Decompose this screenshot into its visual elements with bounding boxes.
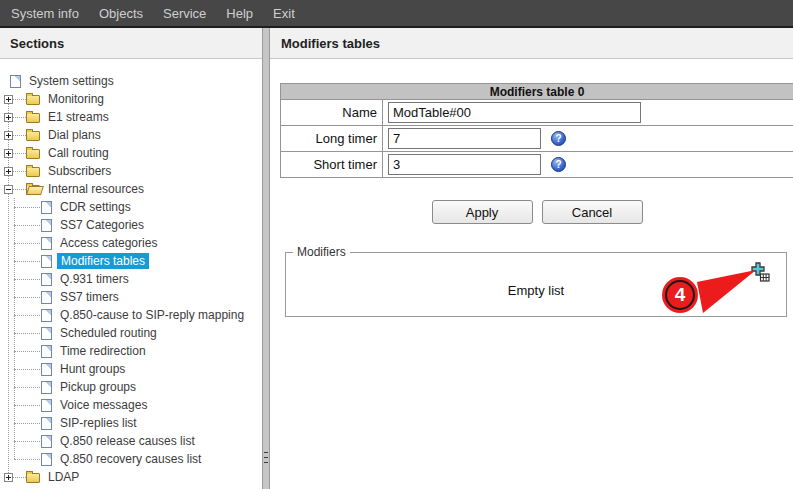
expand-icon[interactable] [4,113,13,122]
panel-splitter[interactable] [262,28,270,489]
document-icon[interactable] [41,327,52,340]
collapse-icon[interactable] [4,185,13,194]
tree-item-q850-recovery-causes-list: Q.850 recovery causes list [0,450,262,468]
tree-item-subscribers: Subscribers [0,162,262,180]
selected-tree-item[interactable]: Modifiers tables [57,253,149,269]
document-icon[interactable] [41,291,52,304]
tree-item-ss7-categories: SS7 Categories [0,216,262,234]
main-content: Modifiers table 0 Name Long timer Short … [270,59,793,489]
name-label: Name [281,100,383,126]
tree-item-dial-plans: Dial plans [0,126,262,144]
menubar: System info Objects Service Help Exit [0,0,793,28]
menu-exit[interactable]: Exit [273,6,295,21]
tree-item-q850-cause-sip-reply-mapping: Q.850-cause to SIP-reply mapping [0,306,262,324]
page-title: Modifiers tables [270,28,793,59]
document-icon[interactable] [41,417,52,430]
sections-tree: System settings Monitoring E1 streams Di… [0,59,262,489]
modifier-table-form: Modifiers table 0 Name Long timer Short … [280,83,793,178]
expand-icon[interactable] [4,167,13,176]
tree-item-scheduled-routing: Scheduled routing [0,324,262,342]
splitter-grip-icon [264,450,268,465]
callout-step-badge: 4 [665,280,695,310]
document-icon[interactable] [41,363,52,376]
folder-icon[interactable] [26,473,40,483]
tree-item-time-redirection: Time redirection [0,342,262,360]
folder-icon[interactable] [26,113,40,123]
document-icon[interactable] [41,255,52,268]
form-title: Modifiers table 0 [281,84,793,100]
tree-item-modifiers-tables: Modifiers tables [0,252,262,270]
document-icon[interactable] [41,435,52,448]
tree-item-e1-streams: E1 streams [0,108,262,126]
tree-item-system-settings: System settings [0,72,262,90]
callout-arrow [690,262,762,317]
tree-item-call-routing: Call routing [0,144,262,162]
document-icon[interactable] [41,309,52,322]
help-icon[interactable] [551,131,566,146]
tree-item-hunt-groups: Hunt groups [0,360,262,378]
document-icon[interactable] [41,381,52,394]
tree-item-access-categories: Access categories [0,234,262,252]
cancel-button[interactable]: Cancel [542,200,643,224]
tree-item-q850-release-causes-list: Q.850 release causes list [0,432,262,450]
folder-icon[interactable] [26,149,40,159]
folder-icon[interactable] [26,167,40,177]
help-icon[interactable] [551,157,566,172]
document-icon[interactable] [10,75,21,88]
modifiers-legend: Modifiers [293,245,350,259]
menu-objects[interactable]: Objects [99,6,143,21]
sidebar-header: Sections [0,28,262,59]
folder-icon[interactable] [26,131,40,141]
long-timer-label: Long timer [281,126,383,152]
tree-item-ss7-timers: SS7 timers [0,288,262,306]
expand-icon[interactable] [4,473,13,482]
expand-icon[interactable] [4,131,13,140]
menu-help[interactable]: Help [226,6,253,21]
short-timer-field[interactable] [388,154,541,175]
form-buttons: Apply Cancel [280,200,793,224]
document-icon[interactable] [41,237,52,250]
long-timer-field[interactable] [388,128,541,149]
tree-item-internal-resources: Internal resources [0,180,262,198]
tree-item-pickup-groups: Pickup groups [0,378,262,396]
tree-item-monitoring: Monitoring [0,90,262,108]
short-timer-label: Short timer [281,152,383,178]
tree-item-q931-timers: Q.931 timers [0,270,262,288]
apply-button[interactable]: Apply [432,200,533,224]
folder-icon[interactable] [26,95,40,105]
document-icon[interactable] [41,273,52,286]
document-icon[interactable] [41,201,52,214]
menu-system-info[interactable]: System info [11,6,79,21]
expand-icon[interactable] [4,95,13,104]
name-field[interactable] [388,102,641,123]
tree-item-cdr-settings: CDR settings [0,198,262,216]
document-icon[interactable] [41,453,52,466]
document-icon[interactable] [41,345,52,358]
document-icon[interactable] [41,219,52,232]
document-icon[interactable] [41,399,52,412]
tree-item-sip-replies-list: SIP-replies list [0,414,262,432]
expand-icon[interactable] [4,149,13,158]
tree-item-ldap: LDAP [0,468,262,486]
menu-service[interactable]: Service [163,6,206,21]
tree-item-voice-messages: Voice messages [0,396,262,414]
open-folder-icon[interactable] [26,185,40,195]
